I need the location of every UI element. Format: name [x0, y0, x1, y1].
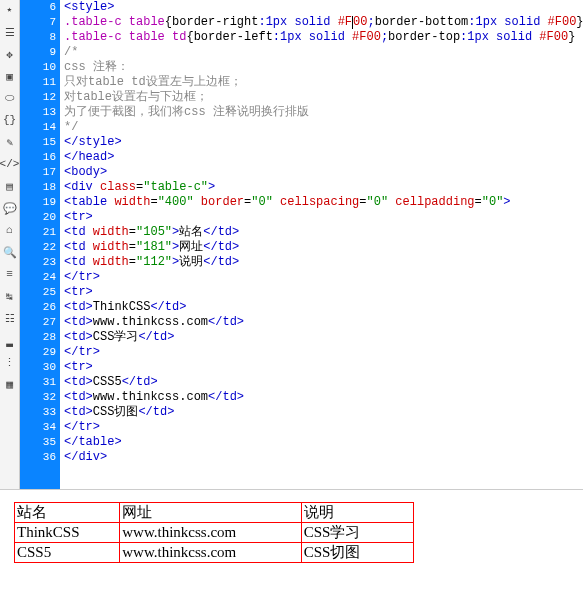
- tool-bar-icon[interactable]: ▂: [2, 332, 18, 348]
- tool-ptr-icon[interactable]: ⭑: [2, 2, 18, 18]
- gutter-line: 22: [20, 240, 56, 255]
- code-token: #F00: [352, 30, 381, 44]
- code-token: ;: [367, 15, 374, 29]
- code-token: =: [129, 240, 136, 254]
- code-token: "0": [482, 195, 504, 209]
- tool-table-icon[interactable]: ▦: [2, 376, 18, 392]
- code-line[interactable]: <td>CSS学习</td>: [64, 330, 579, 345]
- code-line[interactable]: 对table设置右与下边框；: [64, 90, 579, 105]
- gutter-line: 36: [20, 450, 56, 465]
- code-token: border: [201, 195, 244, 209]
- code-line[interactable]: /*: [64, 45, 579, 60]
- code-token: =: [475, 195, 482, 209]
- gutter-line: 10: [20, 60, 56, 75]
- code-token: border-right: [172, 15, 258, 29]
- table-cell: CSS5: [15, 543, 120, 563]
- tool-brace-icon[interactable]: {}: [2, 112, 18, 128]
- code-token: 1px solid: [266, 15, 338, 29]
- code-line[interactable]: <td>www.thinkcss.com</td>: [64, 390, 579, 405]
- code-line[interactable]: </style>: [64, 135, 579, 150]
- code-line[interactable]: </head>: [64, 150, 579, 165]
- code-line[interactable]: <td width="105">站名</td>: [64, 225, 579, 240]
- gutter-line: 11: [20, 75, 56, 90]
- code-token: <td>: [64, 390, 93, 404]
- code-line[interactable]: css 注释：: [64, 60, 579, 75]
- code-line[interactable]: </tr>: [64, 270, 579, 285]
- code-line[interactable]: <tr>: [64, 360, 579, 375]
- code-line[interactable]: <body>: [64, 165, 579, 180]
- code-line[interactable]: </table>: [64, 435, 579, 450]
- tool-wand-icon[interactable]: ✎: [2, 134, 18, 150]
- code-token: <tr>: [64, 285, 93, 299]
- code-line[interactable]: </tr>: [64, 345, 579, 360]
- code-line[interactable]: </div>: [64, 450, 579, 465]
- code-token: .table-c table td: [64, 30, 186, 44]
- code-token: 对table设置右与下边框；: [64, 90, 208, 104]
- code-token: {: [165, 15, 172, 29]
- tool-sel-icon[interactable]: ☰: [2, 24, 18, 40]
- code-token: #F: [338, 15, 352, 29]
- code-line[interactable]: .table-c table{border-right:1px solid #F…: [64, 15, 579, 30]
- gutter-line: 31: [20, 375, 56, 390]
- code-token: <body>: [64, 165, 107, 179]
- gutter-line: 7: [20, 15, 56, 30]
- code-token: cellspacing: [280, 195, 359, 209]
- table-cell: www.thinkcss.com: [120, 523, 301, 543]
- code-token: =: [129, 255, 136, 269]
- code-line[interactable]: <td>ThinkCSS</td>: [64, 300, 579, 315]
- code-token: cellpadding: [395, 195, 474, 209]
- code-token: </div>: [64, 450, 107, 464]
- tool-menu-icon[interactable]: ☷: [2, 310, 18, 326]
- code-line[interactable]: <div class="table-c">: [64, 180, 579, 195]
- code-line[interactable]: <tr>: [64, 210, 579, 225]
- code-token: 为了便于截图，我们将css 注释说明换行排版: [64, 105, 309, 119]
- code-token: <div: [64, 180, 100, 194]
- code-line[interactable]: */: [64, 120, 579, 135]
- gutter-line: 35: [20, 435, 56, 450]
- code-line[interactable]: </tr>: [64, 420, 579, 435]
- code-line[interactable]: 为了便于截图，我们将css 注释说明换行排版: [64, 105, 579, 120]
- code-token: <tr>: [64, 360, 93, 374]
- code-token: :: [273, 30, 280, 44]
- gutter-line: 32: [20, 390, 56, 405]
- tool-list-icon[interactable]: ⋮: [2, 354, 18, 370]
- code-line[interactable]: 只对table td设置左与上边框；: [64, 75, 579, 90]
- code-token: [194, 195, 201, 209]
- tool-search-icon[interactable]: 🔍: [2, 244, 18, 260]
- code-line[interactable]: <style>: [64, 0, 579, 15]
- tool-chat-icon[interactable]: 💬: [2, 200, 18, 216]
- gutter-line: 24: [20, 270, 56, 285]
- code-line[interactable]: <td width="181">网址</td>: [64, 240, 579, 255]
- code-token: 1px solid: [280, 30, 352, 44]
- tool-bug-icon[interactable]: ⌂: [2, 222, 18, 238]
- code-token: </td>: [138, 330, 174, 344]
- code-token: "105": [136, 225, 172, 239]
- gutter-line: 26: [20, 300, 56, 315]
- tool-align-icon[interactable]: ≡: [2, 266, 18, 282]
- code-token: 00: [353, 15, 367, 29]
- table-cell: 网址: [120, 503, 301, 523]
- code-token: }: [568, 30, 575, 44]
- code-line[interactable]: <tr>: [64, 285, 579, 300]
- tool-dotted-icon[interactable]: ▣: [2, 68, 18, 84]
- tool-swap-icon[interactable]: ↹: [2, 288, 18, 304]
- table-cell: ThinkCSS: [15, 523, 120, 543]
- tool-move-icon[interactable]: ✥: [2, 46, 18, 62]
- code-area[interactable]: <style>.table-c table{border-right:1px s…: [60, 0, 583, 489]
- tool-ellipse-icon[interactable]: ⬭: [2, 90, 18, 106]
- code-line[interactable]: .table-c table td{border-left:1px solid …: [64, 30, 579, 45]
- code-line[interactable]: <td>CSS5</td>: [64, 375, 579, 390]
- code-line[interactable]: <td>www.thinkcss.com</td>: [64, 315, 579, 330]
- code-token: CSS5: [93, 375, 122, 389]
- code-line[interactable]: <table width="400" border="0" cellspacin…: [64, 195, 579, 210]
- code-token: CSS学习: [93, 330, 139, 344]
- code-token: }: [576, 15, 583, 29]
- code-token: CSS切图: [93, 405, 139, 419]
- table-row: ThinkCSSwww.thinkcss.comCSS学习: [15, 523, 414, 543]
- code-token: </tr>: [64, 345, 100, 359]
- code-line[interactable]: <td>CSS切图</td>: [64, 405, 579, 420]
- code-line[interactable]: <td width="112">说明</td>: [64, 255, 579, 270]
- code-token: =: [150, 195, 157, 209]
- tool-report-icon[interactable]: ▤: [2, 178, 18, 194]
- tool-code-icon[interactable]: </>: [2, 156, 18, 172]
